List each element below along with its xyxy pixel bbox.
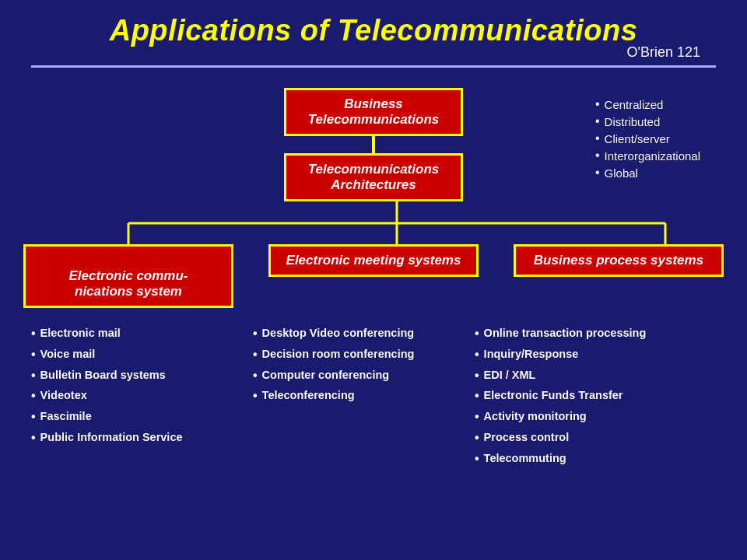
col-box-3: Business process systems [514, 244, 724, 308]
list-item: Bulletin Board systems [31, 366, 249, 387]
list-item: EDI / XML [475, 366, 716, 387]
list-item: Decision room conferencing [253, 345, 471, 366]
divider [31, 65, 716, 68]
header: Applications of Telecommunications O'Bri… [0, 0, 747, 72]
col-box-2: Electronic meeting systems [268, 244, 479, 308]
list-item: Voice mail [31, 345, 249, 366]
list-item: Online transaction processing [475, 324, 716, 345]
telecom-arch-box: Telecommunications Architectures [284, 153, 463, 201]
right-bullet-item: Distributed [595, 113, 700, 130]
list-item: Computer conferencing [253, 366, 471, 387]
three-lists-row: Electronic mailVoice mailBulletin Board … [23, 324, 724, 470]
connector-line-1 [372, 136, 375, 153]
business-telecom-box: Business Telecommunications [284, 88, 463, 136]
list-item: Telecommuting [475, 449, 716, 470]
main-content: Business Telecommunications Telecommunic… [0, 72, 747, 478]
right-bullet-item: Interorganizational [595, 147, 700, 164]
list-item: Public Information Service [31, 428, 249, 449]
top-right-bullet-list: CentralizedDistributedClient/serverInter… [595, 96, 700, 181]
hierarchy-connector-svg [23, 201, 724, 244]
right-bullet-item: Centralized [595, 96, 700, 113]
col1-bullet-list: Electronic mailVoice mailBulletin Board … [31, 324, 249, 470]
right-bullet-item: Client/server [595, 130, 700, 147]
list-item: Inquiry/Response [475, 345, 716, 366]
three-col-row: Electronic commu- nications system Elect… [23, 244, 724, 308]
col2-bullet-list: Desktop Video conferencingDecision room … [253, 324, 471, 470]
list-item: Electronic mail [31, 324, 249, 345]
list-item: Activity monitoring [475, 407, 716, 428]
right-bullet-item: Global [595, 164, 700, 181]
list-item: Process control [475, 428, 716, 449]
col3-bullet-list: Online transaction processingInquiry/Res… [475, 324, 716, 470]
list-item: Videotex [31, 386, 249, 407]
col-box-1: Electronic commu- nications system [23, 244, 233, 308]
list-item: Desktop Video conferencing [253, 324, 471, 345]
main-title: Applications of Telecommunications [16, 14, 731, 47]
list-item: Teleconferencing [253, 386, 471, 407]
list-item: Electronic Funds Transfer [475, 386, 716, 407]
list-item: Fascimile [31, 407, 249, 428]
